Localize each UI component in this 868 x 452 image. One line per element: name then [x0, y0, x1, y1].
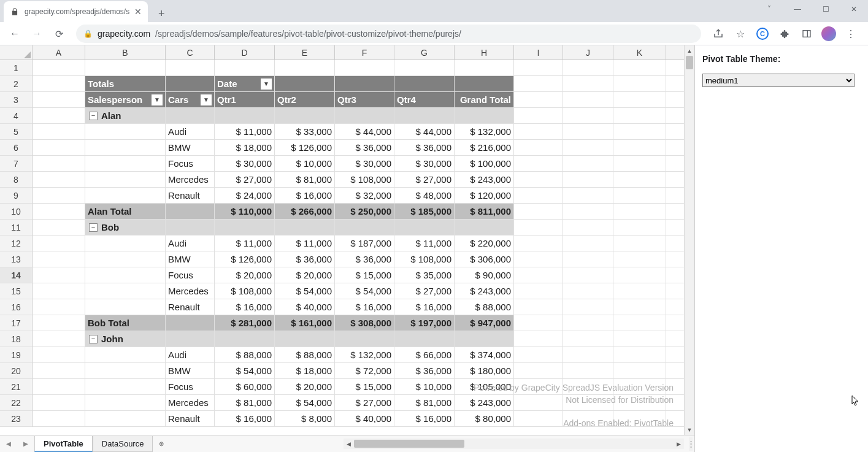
cell[interactable] [563, 60, 613, 76]
pivot-value[interactable]: $ 40,000 [275, 299, 335, 315]
pivot-value[interactable]: $ 33,000 [275, 124, 335, 140]
cell[interactable] [33, 315, 85, 331]
browser-tab[interactable]: grapecity.com/spreadjs/demos/s ✕ [4, 1, 148, 22]
column-header[interactable]: I [514, 45, 563, 60]
cell[interactable] [613, 124, 666, 140]
row-header[interactable]: 11 [0, 220, 33, 236]
pivot-subtotal-value[interactable]: $ 185,000 [394, 204, 455, 220]
cell[interactable] [215, 108, 275, 124]
pivot-value[interactable]: $ 80,000 [455, 411, 514, 427]
pivot-row-label[interactable] [85, 379, 166, 395]
pivot-row-label[interactable] [85, 267, 166, 283]
cell[interactable] [215, 60, 275, 76]
cell[interactable] [33, 347, 85, 363]
horizontal-scrollbar[interactable]: ◀ ▶ [344, 439, 684, 449]
cell[interactable] [33, 251, 85, 267]
row-header[interactable]: 14 [0, 267, 33, 283]
cell[interactable] [613, 156, 666, 172]
cell[interactable] [563, 188, 613, 204]
cell[interactable] [394, 331, 455, 347]
cell[interactable] [33, 204, 85, 220]
cell[interactable] [33, 140, 85, 156]
row-header[interactable]: 22 [0, 395, 33, 411]
pivot-value[interactable]: $ 180,000 [455, 363, 514, 379]
cell[interactable] [563, 108, 613, 124]
pivot-value[interactable]: $ 8,000 [275, 411, 335, 427]
pivot-value[interactable]: $ 27,000 [335, 395, 394, 411]
cell[interactable] [455, 76, 514, 92]
pivot-car-label[interactable]: Focus [166, 156, 215, 172]
pivot-subtotal-label[interactable]: Bob Total [85, 315, 166, 331]
pivot-value[interactable]: $ 132,000 [455, 124, 514, 140]
pivot-value[interactable]: $ 120,000 [455, 188, 514, 204]
cell[interactable] [514, 236, 563, 251]
cell[interactable] [666, 124, 684, 140]
pivot-value[interactable]: $ 27,000 [394, 172, 455, 188]
cell[interactable] [33, 124, 85, 140]
pivot-subtotal-value[interactable]: $ 947,000 [455, 315, 514, 331]
cell[interactable] [563, 379, 613, 395]
cell[interactable] [613, 363, 666, 379]
cell[interactable] [33, 188, 85, 204]
pivot-subtotal-value[interactable]: $ 281,000 [215, 315, 275, 331]
sheet-nav-next-icon[interactable]: ► [17, 439, 34, 448]
pivot-value[interactable]: $ 306,000 [455, 251, 514, 267]
pivot-row-label[interactable] [85, 411, 166, 427]
cell[interactable] [666, 411, 684, 427]
pivot-title-totals[interactable]: Totals [85, 76, 166, 92]
pivot-value[interactable]: $ 132,000 [335, 347, 394, 363]
pivot-value[interactable]: $ 90,000 [455, 267, 514, 283]
pivot-value[interactable]: $ 20,000 [275, 267, 335, 283]
column-header[interactable] [666, 45, 684, 60]
column-header[interactable]: A [33, 45, 85, 60]
pivot-row-label[interactable] [85, 236, 166, 251]
pivot-car-label[interactable]: Audi [166, 236, 215, 251]
cell[interactable] [666, 60, 684, 76]
hscroll-track[interactable] [354, 439, 674, 449]
pivot-value[interactable]: $ 11,000 [275, 236, 335, 251]
cell[interactable] [335, 220, 394, 236]
cell[interactable] [215, 220, 275, 236]
sheet-nav-prev-icon[interactable]: ◄ [0, 439, 17, 448]
cell[interactable] [394, 60, 455, 76]
column-header[interactable]: H [455, 45, 514, 60]
cell[interactable] [666, 315, 684, 331]
cell[interactable] [335, 76, 394, 92]
pivot-value[interactable]: $ 36,000 [275, 251, 335, 267]
cell[interactable] [563, 283, 613, 299]
cell[interactable] [275, 108, 335, 124]
cell[interactable] [613, 172, 666, 188]
cell[interactable] [514, 379, 563, 395]
pivot-value[interactable]: $ 88,000 [215, 347, 275, 363]
row-header[interactable]: 4 [0, 108, 33, 124]
cell[interactable] [514, 76, 563, 92]
scroll-right-icon[interactable]: ▶ [674, 441, 684, 447]
pivot-value[interactable]: $ 54,000 [275, 283, 335, 299]
pivot-car-label[interactable]: Audi [166, 347, 215, 363]
cell[interactable] [563, 236, 613, 251]
pivot-car-label[interactable]: Mercedes [166, 172, 215, 188]
pivot-group-header[interactable]: −Bob [85, 220, 166, 236]
cell[interactable] [514, 267, 563, 283]
cell[interactable] [613, 267, 666, 283]
pivot-value[interactable]: $ 243,000 [455, 395, 514, 411]
cell[interactable] [33, 108, 85, 124]
pivot-value[interactable]: $ 66,000 [394, 347, 455, 363]
cell[interactable] [514, 204, 563, 220]
cell[interactable] [514, 315, 563, 331]
pivot-car-label[interactable]: Mercedes [166, 283, 215, 299]
row-header[interactable]: 15 [0, 283, 33, 299]
cell[interactable] [563, 395, 613, 411]
row-header[interactable]: 18 [0, 331, 33, 347]
cell[interactable] [514, 172, 563, 188]
row-header[interactable]: 6 [0, 140, 33, 156]
pivot-car-label[interactable]: Focus [166, 379, 215, 395]
pivot-value[interactable]: $ 27,000 [215, 172, 275, 188]
cell[interactable] [666, 108, 684, 124]
cell[interactable] [514, 283, 563, 299]
select-all-corner[interactable] [0, 45, 33, 60]
cell[interactable] [166, 315, 215, 331]
pivot-value[interactable]: $ 30,000 [335, 156, 394, 172]
cell[interactable] [563, 299, 613, 315]
cell[interactable] [33, 267, 85, 283]
